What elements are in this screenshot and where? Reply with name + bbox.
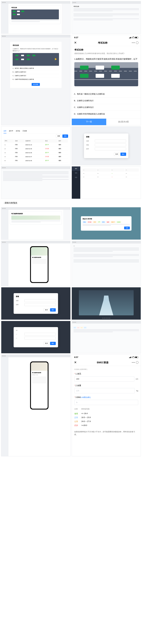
edit-link[interactable]: 编辑: [59, 144, 61, 145]
wifi-icon: [132, 37, 134, 38]
arrow-icon: [55, 58, 57, 60]
thumb-dot[interactable]: [107, 318, 109, 319]
name-input[interactable]: [95, 140, 126, 142]
edit-link[interactable]: 编辑: [59, 152, 61, 153]
data-table: 序号名称 创建时间状态 操作 1问卷2023-01-10进行中编辑 2问卷202…: [4, 139, 68, 163]
cat-over: 过重: [74, 420, 82, 423]
nav-settings[interactable]: 设置: [72, 175, 80, 180]
confirm-button[interactable]: 确定: [50, 308, 56, 312]
tag[interactable]: 紧急: [83, 221, 87, 223]
field-input[interactable]: [24, 299, 56, 302]
exam-preview-title: 考试名称: [13, 44, 59, 46]
confirm-button[interactable]: 确定: [120, 152, 126, 156]
battery-icon: [135, 37, 138, 38]
breadcrumb: 生活|身上的那些事儿: [74, 368, 138, 370]
page-title: BMI计算器: [74, 361, 132, 364]
nav-home[interactable]: 首页: [72, 166, 80, 171]
modal-title: —: [16, 329, 56, 331]
exam-intro-title: 考试名称: [74, 48, 138, 51]
thumb-dot[interactable]: [109, 318, 110, 319]
search-button[interactable]: 搜索: [56, 134, 61, 138]
tab-active[interactable]: 进行中: [9, 130, 13, 132]
target-icon[interactable]: [136, 361, 138, 364]
weight-unit: kg: [136, 390, 138, 392]
field-input[interactable]: [24, 303, 56, 306]
phone-preview: 每日健康体验检测 请填写以下信息: [30, 362, 48, 410]
tag[interactable]: 新客: [93, 221, 97, 223]
pagination-info[interactable]: 第1页/共4页: [106, 119, 141, 125]
tag[interactable]: 待付款: [87, 221, 92, 223]
option-c[interactable]: C、右侧车让左侧车先行: [13, 74, 59, 78]
tag[interactable]: —: [74, 327, 76, 328]
table-row[interactable]: 5问卷2023-01-06进行中编辑: [4, 159, 68, 162]
field-input[interactable]: [24, 333, 56, 336]
edit-link[interactable]: 编辑: [59, 160, 61, 161]
traffic-illustration: [74, 62, 138, 86]
tag[interactable]: 折扣: [101, 221, 105, 223]
tab-ended[interactable]: 已结束: [23, 130, 27, 132]
option-d[interactable]: D、右侧车寻找空隙提前进入左侧车道: [13, 78, 59, 81]
thumb-dot[interactable]: [104, 318, 105, 319]
option-a[interactable]: A、每车道一辆依次交替驶入左侧车道: [72, 91, 141, 98]
table-row[interactable]: 2问卷2023-01-09已结束编辑: [4, 147, 68, 150]
cancel-button[interactable]: 取消: [44, 342, 49, 345]
cancel-button[interactable]: 取消: [114, 152, 120, 156]
option-b[interactable]: B、左侧车让右侧车先行: [13, 70, 59, 74]
option-b[interactable]: B、左侧车让右侧车先行: [72, 98, 141, 104]
question-text: 1.如图所示，驾驶机动车行驶至车道机动车排队等候或行驶缓慢时，以下: [74, 58, 138, 61]
wifi-icon: [132, 356, 134, 358]
edit-link[interactable]: 编辑: [59, 148, 61, 149]
cat-thin: 偏瘦: [74, 412, 82, 415]
tab-all[interactable]: 全部: [4, 130, 6, 133]
target-icon[interactable]: [136, 42, 138, 44]
exam-question-text: 1.如图所示，驾驶机动车行驶至此车道机动车排队等候或行驶缓慢时，以下做法正确的是…: [13, 48, 59, 52]
table-row[interactable]: 4问卷2023-01-07已结束编辑: [4, 155, 68, 158]
section-survey-preview: · 调查问卷预览: [1, 200, 141, 206]
bmi-output: fx: [74, 400, 138, 405]
nav-manage[interactable]: 管理: [72, 171, 80, 175]
more-icon[interactable]: [132, 362, 135, 363]
height-label: 1.身高: [76, 373, 81, 375]
tag[interactable]: 退款中: [110, 221, 116, 223]
option-d[interactable]: D、右侧车寻找空隙提前进入左侧车道: [72, 111, 141, 117]
doc-title: 考试名称: [74, 6, 139, 8]
close-button[interactable]: 关闭: [124, 226, 130, 229]
sort-input[interactable]: [95, 148, 126, 150]
field-input[interactable]: [24, 337, 56, 340]
modal-title: 新建: [16, 296, 56, 298]
tag[interactable]: 包邮: [106, 221, 110, 223]
submit-button[interactable]: 提交答案: [32, 83, 40, 86]
height-unit: cm: [136, 378, 138, 380]
weight-input[interactable]: 125: [74, 388, 135, 393]
tag[interactable]: 已发货: [116, 221, 121, 223]
height-input[interactable]: 180: [74, 376, 134, 382]
weight-label: 2.体重: [76, 384, 81, 387]
product-image-viewer[interactable]: [72, 287, 141, 320]
table-row[interactable]: 1问卷2023-01-10进行中编辑: [4, 143, 68, 147]
table-row[interactable]: 3问卷2023-01-08进行中编辑: [4, 151, 68, 154]
order-title: 商品A订单详情: [83, 218, 130, 220]
tag[interactable]: —: [84, 327, 87, 328]
survey-title: 每日健康体验检测: [11, 213, 60, 215]
confirm-button[interactable]: 确定: [50, 342, 56, 345]
tag[interactable]: —: [77, 327, 80, 328]
page-title: 考试名称: [74, 41, 132, 44]
cat-fat: 肥胖: [74, 424, 82, 427]
option-a[interactable]: A、每车道一辆依次交替驶入左侧车道: [13, 66, 59, 70]
thumb-dot[interactable]: [106, 318, 107, 319]
tab-pending[interactable]: 未开始: [16, 130, 20, 132]
next-button[interactable]: 下一页: [72, 119, 106, 125]
signal-icon: [129, 37, 132, 38]
cat-normal: 正常: [74, 416, 82, 419]
tag[interactable]: —: [80, 327, 83, 328]
option-c[interactable]: C、右侧车让左侧车先行: [72, 104, 141, 111]
tag[interactable]: VIP: [97, 221, 101, 223]
edit-link[interactable]: 编辑: [59, 156, 61, 157]
cancel-button[interactable]: 取消: [44, 308, 49, 312]
bmi-note: 如果您的BMI值大于23.9或小于18.4，您可能需要更加锻炼身体，同时优化饮食…: [74, 430, 138, 436]
more-icon[interactable]: [132, 42, 135, 43]
signal-icon: [129, 356, 132, 358]
thumb-dot[interactable]: [102, 318, 103, 319]
add-button[interactable]: 新建: [62, 134, 68, 138]
type-input[interactable]: [95, 144, 126, 146]
